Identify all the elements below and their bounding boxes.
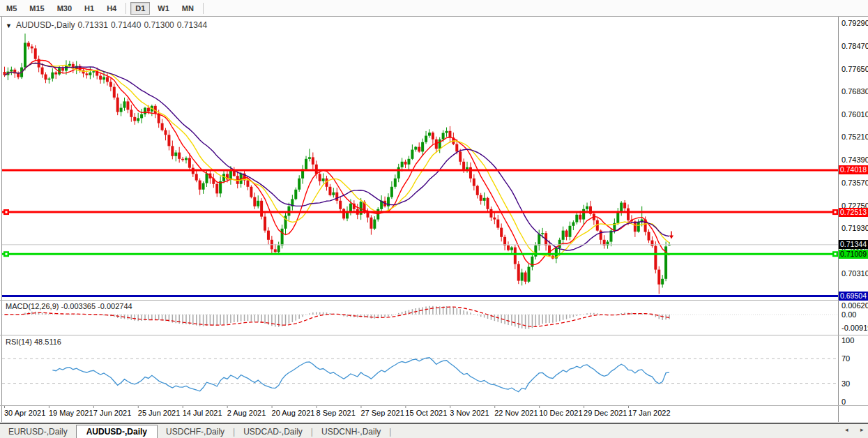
date-tick-label: 3 Nov 2021: [450, 409, 489, 417]
date-tick-label: 30 Apr 2021: [4, 409, 45, 417]
date-tick-label: 25 Jun 2021: [138, 409, 181, 417]
tab-scroll-right-icon[interactable]: ▸: [860, 426, 864, 433]
level-price-badge: 0.74018: [839, 165, 868, 174]
price-tick-label: 0.75210: [842, 133, 868, 141]
date-tick-label: 10 Dec 2021: [539, 409, 582, 417]
level-price-badge: 0.71009: [839, 250, 868, 259]
chart-canvas[interactable]: [0, 0, 868, 438]
chart-symbol-title: AUDUSD-,Daily: [16, 20, 75, 30]
rsi-tick-label: 100: [842, 336, 868, 345]
price-tick-label: 0.79290: [842, 19, 868, 27]
tab-eurusd[interactable]: EURUSD-,Daily: [0, 425, 76, 438]
date-tick-label: 15 Oct 2021: [405, 409, 447, 417]
tab-audusd[interactable]: AUDUSD-,Daily: [76, 425, 158, 438]
date-tick-label: 27 Sep 2021: [360, 409, 404, 417]
tab-scroll-left-icon[interactable]: ◂: [845, 426, 848, 433]
tab-separator: |: [389, 427, 391, 437]
date-tick-label: 7 Jun 2021: [93, 409, 131, 417]
tab-usdcnh[interactable]: USDCNH-,Daily: [313, 425, 389, 438]
price-tick-label: 0.70310: [842, 269, 868, 278]
current-price-badge: 0.71344: [839, 240, 868, 249]
level-price-badge: 0.72513: [839, 208, 868, 217]
chart-title-row: ▼AUDUSD-,Daily0.713310.714400.713000.713…: [6, 20, 210, 30]
rsi-value: 48.5116: [34, 338, 61, 346]
price-tick-label: 0.78470: [842, 42, 868, 50]
trading-terminal-window: M5M15M30H1H4D1W1MN ▼AUDUSD-,Daily0.71331…: [0, 0, 868, 438]
date-tick-label: 17 Jan 2022: [628, 409, 671, 417]
macd-values: -0.003365 -0.002744: [61, 302, 132, 310]
rsi-tick-label: 70: [842, 354, 868, 363]
ohlc-open: 0.71331: [78, 20, 108, 30]
date-tick-label: 8 Sep 2021: [317, 409, 356, 417]
price-tick-label: 0.74390: [842, 156, 868, 164]
axis-separator: [0, 405, 868, 406]
rsi-pane-separator[interactable]: [0, 335, 868, 335]
tab-usdcad[interactable]: USDCAD-,Daily: [235, 425, 311, 438]
ohlc-low: 0.71300: [144, 20, 174, 30]
ohlc-close: 0.71344: [177, 20, 207, 30]
price-scale-border: [838, 17, 839, 422]
chart-dropdown-icon[interactable]: ▼: [6, 22, 12, 29]
macd-pane-separator[interactable]: [0, 300, 868, 301]
macd-label: MACD(12,26,9) -0.003365 -0.002744: [6, 302, 132, 310]
date-tick-label: 14 Jul 2021: [183, 409, 222, 417]
date-tick-label: 2 Aug 2021: [227, 409, 266, 417]
price-tick-label: 0.77650: [842, 65, 868, 73]
rsi-label: RSI(14) 48.5116: [6, 338, 61, 346]
tab-usdchf[interactable]: USDCHF-,Daily: [158, 425, 233, 438]
price-tick-label: 0.76010: [842, 110, 868, 119]
macd-tick-label: 0.00: [842, 310, 868, 319]
left-border: [1, 17, 2, 422]
macd-tick-label: -0.009197: [842, 324, 868, 332]
macd-tick-label: 0.006201: [842, 301, 868, 310]
ohlc-high: 0.71440: [111, 20, 141, 30]
date-tick-label: 22 Nov 2021: [494, 409, 538, 417]
date-tick-label: 20 Aug 2021: [272, 409, 315, 417]
price-tick-label: 0.76830: [842, 87, 868, 96]
rsi-name: RSI(14): [6, 338, 32, 346]
macd-name: MACD(12,26,9): [6, 302, 59, 310]
date-tick-label: 29 Dec 2021: [584, 409, 627, 417]
price-tick-label: 0.71930: [842, 224, 868, 232]
date-tick-label: 19 May 2021: [49, 409, 93, 417]
price-tick-label: 0.73570: [842, 179, 868, 187]
rsi-tick-label: 30: [842, 379, 868, 388]
level-price-badge: 0.69504: [839, 292, 868, 301]
chart-tab-bar: EURUSD-,DailyAUDUSD-,DailyUSDCHF-,Daily|…: [0, 423, 868, 438]
